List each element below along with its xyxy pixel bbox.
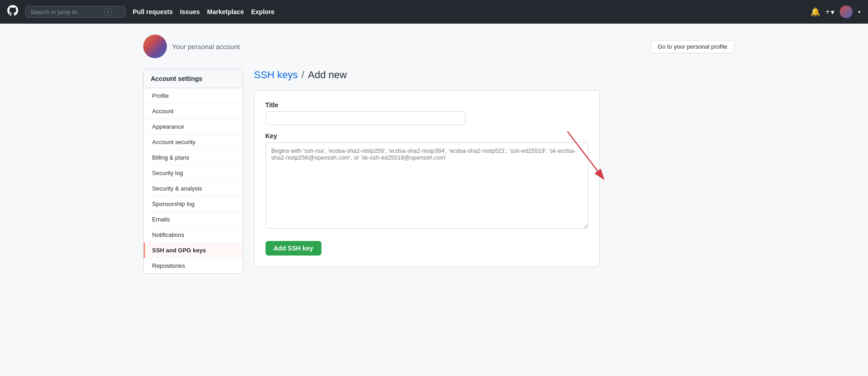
nav-issues[interactable]: Issues [180, 8, 200, 15]
sidebar-item-profile[interactable]: Profile [144, 88, 243, 103]
title-label: Title [266, 101, 588, 109]
breadcrumb-current: Add new [308, 69, 347, 81]
sidebar-item-emails[interactable]: Emails [144, 211, 243, 227]
user-avatar[interactable] [840, 5, 853, 18]
sidebar-item-account[interactable]: Account [144, 103, 243, 119]
breadcrumb-separator: / [301, 69, 304, 81]
sidebar-item-repositories[interactable]: Repositories [144, 258, 243, 273]
sidebar-item-security-log[interactable]: Security log [144, 165, 243, 180]
topnav-right-section: 🔔 + ▾ ▾ [810, 5, 861, 18]
profile-header-left: Your personal account [143, 35, 240, 58]
key-form-group: Key [266, 132, 588, 230]
nav-pull-requests[interactable]: Pull requests [133, 8, 173, 15]
slash-key-badge: / [105, 8, 111, 15]
search-input[interactable] [30, 9, 101, 15]
chevron-down-icon: ▾ [831, 8, 834, 16]
avatar [143, 35, 167, 58]
title-input[interactable] [266, 111, 466, 125]
github-logo-icon[interactable] [7, 5, 18, 19]
main-content: Account settings Profile Account Appeara… [134, 69, 734, 274]
add-ssh-key-button[interactable]: Add SSH key [266, 241, 321, 256]
key-textarea[interactable] [266, 142, 588, 229]
key-label: Key [266, 132, 588, 140]
sidebar-item-appearance[interactable]: Appearance [144, 119, 243, 134]
profile-label: Your personal account [172, 43, 240, 50]
profile-header: Your personal account Go to your persona… [134, 35, 734, 58]
sidebar-item-ssh-gpg[interactable]: SSH and GPG keys [144, 242, 243, 258]
search-bar[interactable]: / [25, 6, 125, 18]
goto-profile-button[interactable]: Go to your personal profile [651, 40, 734, 53]
avatar-chevron-icon[interactable]: ▾ [858, 9, 861, 15]
add-ssh-key-form: Title Key Add SSH key [254, 90, 600, 267]
sidebar-item-billing[interactable]: Billing & plans [144, 150, 243, 165]
top-navigation: / Pull requests Issues Marketplace Explo… [0, 0, 868, 24]
breadcrumb: SSH keys / Add new [254, 69, 734, 81]
content-area: SSH keys / Add new Title Key Add SSH key [254, 69, 734, 267]
nav-links: Pull requests Issues Marketplace Explore [133, 8, 275, 15]
create-new-button[interactable]: + ▾ [826, 8, 834, 16]
sidebar-item-security-analysis[interactable]: Security & analysis [144, 180, 243, 196]
settings-sidebar: Account settings Profile Account Appeara… [143, 69, 243, 274]
sidebar-item-account-security[interactable]: Account security [144, 134, 243, 150]
nav-explore[interactable]: Explore [251, 8, 274, 15]
sidebar-header: Account settings [144, 70, 243, 88]
plus-icon: + [826, 8, 830, 16]
sidebar-item-sponsorship-log[interactable]: Sponsorship log [144, 196, 243, 211]
breadcrumb-ssh-keys-link[interactable]: SSH keys [254, 69, 298, 81]
page-wrapper: Your personal account Go to your persona… [116, 24, 753, 285]
nav-marketplace[interactable]: Marketplace [207, 8, 244, 15]
notification-bell-icon[interactable]: 🔔 [810, 7, 820, 17]
title-form-group: Title [266, 101, 588, 125]
sidebar-item-notifications[interactable]: Notifications [144, 227, 243, 242]
